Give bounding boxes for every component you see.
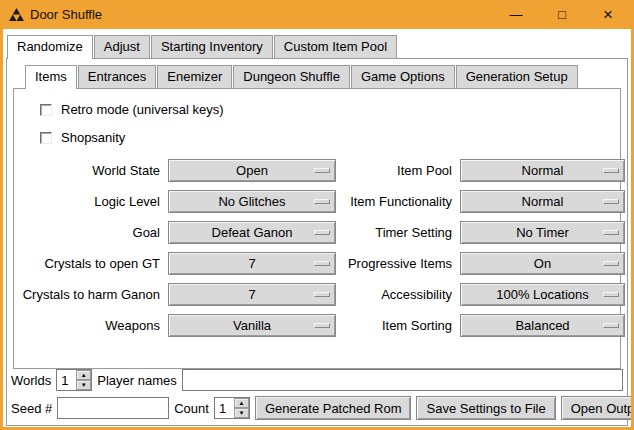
seed-input[interactable] (57, 397, 169, 419)
tab-items[interactable]: Items (25, 65, 77, 89)
inner-tab-bar: Items Entrances Enemizer Dungeon Shuffle… (7, 59, 627, 88)
worlds-down-button[interactable]: ▼ (76, 380, 91, 390)
retro-mode-checkbox[interactable]: Retro mode (universal keys) (40, 102, 620, 117)
world-state-dropdown[interactable]: Open (168, 159, 336, 182)
tab-starting-inventory[interactable]: Starting Inventory (151, 35, 273, 58)
progressive-items-label: Progressive Items (342, 256, 454, 271)
menu-indicator-icon (603, 292, 619, 297)
tab-custom-item-pool[interactable]: Custom Item Pool (274, 35, 397, 58)
item-functionality-label: Item Functionality (342, 194, 454, 209)
open-output-directory-button[interactable]: Open Output Directory (561, 396, 631, 420)
menu-indicator-icon (314, 199, 330, 204)
goal-label: Goal (22, 225, 162, 240)
timer-setting-dropdown[interactable]: No Timer (460, 221, 625, 244)
outer-tab-bar: Randomize Adjust Starting Inventory Cust… (3, 29, 631, 58)
app-window: Door Shuffle — □ × Randomize Adjust Star… (0, 0, 634, 430)
randomize-tab-pane: Items Entrances Enemizer Dungeon Shuffle… (6, 58, 628, 426)
window-content: Randomize Adjust Starting Inventory Cust… (3, 29, 631, 427)
crystals-gt-dropdown[interactable]: 7 (168, 252, 336, 275)
menu-indicator-icon (314, 323, 330, 328)
worlds-row: Worlds 1 ▲ ▼ Player names (11, 369, 623, 391)
settings-grid: World State Open Item Pool Normal Logic … (22, 159, 620, 337)
menu-indicator-icon (314, 261, 330, 266)
player-names-input[interactable] (182, 369, 623, 391)
menu-indicator-icon (603, 168, 619, 173)
item-pool-label: Item Pool (342, 163, 454, 178)
item-sorting-dropdown[interactable]: Balanced (460, 314, 625, 337)
shopsanity-label: Shopsanity (61, 130, 125, 145)
menu-indicator-icon (314, 168, 330, 173)
accessibility-dropdown[interactable]: 100% Locations (460, 283, 625, 306)
worlds-label: Worlds (11, 373, 51, 388)
item-sorting-label: Item Sorting (342, 318, 454, 333)
player-names-label: Player names (97, 373, 176, 388)
goal-dropdown[interactable]: Defeat Ganon (168, 221, 336, 244)
checkbox-indicator[interactable] (40, 132, 52, 144)
minimize-button[interactable]: — (493, 0, 539, 29)
window-controls: — □ × (493, 0, 631, 29)
menu-indicator-icon (314, 230, 330, 235)
app-icon (9, 8, 24, 21)
tab-game-options[interactable]: Game Options (351, 65, 455, 88)
worlds-up-button[interactable]: ▲ (76, 370, 91, 380)
menu-indicator-icon (314, 292, 330, 297)
menu-indicator-icon (603, 199, 619, 204)
count-spinner[interactable]: 1 ▲ ▼ (214, 397, 250, 419)
tab-dungeon-shuffle[interactable]: Dungeon Shuffle (233, 65, 350, 88)
tab-generation-setup[interactable]: Generation Setup (456, 65, 578, 88)
count-label: Count (174, 401, 209, 416)
crystals-gt-label: Crystals to open GT (22, 256, 162, 271)
item-functionality-dropdown[interactable]: Normal (460, 190, 625, 213)
menu-indicator-icon (603, 323, 619, 328)
tab-enemizer[interactable]: Enemizer (157, 65, 232, 88)
menu-indicator-icon (603, 261, 619, 266)
items-tab-pane: Retro mode (universal keys) Shopsanity W… (13, 88, 621, 369)
save-settings-button[interactable]: Save Settings to File (416, 396, 555, 420)
worlds-spinner[interactable]: 1 ▲ ▼ (56, 369, 92, 391)
count-down-button[interactable]: ▼ (234, 408, 249, 418)
crystals-ganon-dropdown[interactable]: 7 (168, 283, 336, 306)
window-title: Door Shuffle (30, 7, 102, 22)
weapons-dropdown[interactable]: Vanilla (168, 314, 336, 337)
bottom-bar: Worlds 1 ▲ ▼ Player names Seed # Count (7, 369, 627, 425)
timer-setting-label: Timer Setting (342, 225, 454, 240)
tab-adjust[interactable]: Adjust (94, 35, 150, 58)
maximize-button[interactable]: □ (539, 0, 585, 29)
count-up-button[interactable]: ▲ (234, 398, 249, 408)
shopsanity-checkbox[interactable]: Shopsanity (40, 130, 620, 145)
tab-entrances[interactable]: Entrances (78, 65, 157, 88)
progressive-items-dropdown[interactable]: On (460, 252, 625, 275)
crystals-ganon-label: Crystals to harm Ganon (22, 287, 162, 302)
item-pool-dropdown[interactable]: Normal (460, 159, 625, 182)
logic-level-label: Logic Level (22, 194, 162, 209)
seed-row: Seed # Count 1 ▲ ▼ Generate Patched Rom … (11, 396, 623, 420)
seed-label: Seed # (11, 401, 52, 416)
checkbox-indicator[interactable] (40, 104, 52, 116)
retro-mode-label: Retro mode (universal keys) (61, 102, 224, 117)
accessibility-label: Accessibility (342, 287, 454, 302)
world-state-label: World State (22, 163, 162, 178)
weapons-label: Weapons (22, 318, 162, 333)
close-button[interactable]: × (585, 0, 631, 29)
generate-patched-rom-button[interactable]: Generate Patched Rom (255, 396, 412, 420)
menu-indicator-icon (603, 230, 619, 235)
title-bar: Door Shuffle — □ × (3, 0, 631, 29)
tab-randomize[interactable]: Randomize (7, 35, 93, 59)
logic-level-dropdown[interactable]: No Glitches (168, 190, 336, 213)
